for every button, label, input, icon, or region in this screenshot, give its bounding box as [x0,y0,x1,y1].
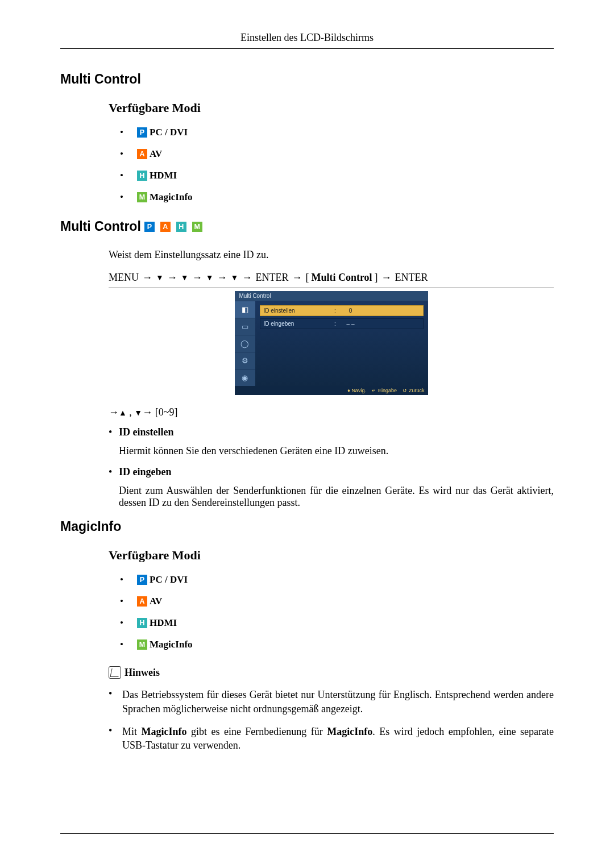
osd-row-id-input: ID eingeben : – – [260,318,424,329]
note-label: Hinweis [125,667,160,679]
range-line: →▲ , ▼→ [0~9] [109,406,554,418]
nav-multi-control: Multi Control [311,272,372,284]
p-icon: P [137,575,147,585]
m-icon: M [137,639,147,650]
mode-hdmi: •HHDMI [120,170,554,181]
p-icon: P [137,127,147,138]
heading-magicinfo: MagicInfo [60,519,554,534]
page-header: Einstellen des LCD-Bildschirms [60,32,554,49]
osd-footer-enter: Eingabe [378,388,397,393]
note-2-text: Mit MagicInfo gibt es eine Fernbedienung… [122,725,554,753]
osd-row2-value: – – [339,321,362,327]
nav-rbracket: ] [375,272,378,284]
a-icon: A [137,596,147,607]
osd-panel: Multi Control ◧ ▭ ◯ ⚙ ◉ ID einstellen : … [235,291,428,395]
mode-av-label: AV [150,148,162,160]
item-id-einstellen-desc: Hiermit können Sie den verschiedenen Ger… [119,445,554,457]
nav-enter-2: ENTER [395,272,428,284]
heading-multi-control-2-text: Multi Control [60,219,141,234]
item-id-eingeben-title: ID eingeben [119,466,172,477]
heading-multi-control-1: Multi Control [60,72,554,87]
osd-footer: ♦ Navig. ↵ Eingabe ↺ Zurück [235,386,428,395]
mode-magicinfo-label: MagicInfo [150,192,193,203]
nav-enter-1: ENTER [255,272,288,284]
a-icon: A [160,222,171,232]
mode-magicinfo-2-label: MagicInfo [150,639,193,650]
item-id-eingeben-desc: Dient zum Auswählen der Senderfunktionen… [119,485,554,509]
m-icon: M [192,222,202,232]
note-icon [109,666,121,679]
h-icon: H [137,171,147,181]
heading-available-modes-1: Verfügbare Modi [109,101,554,115]
mode-hdmi-label: HDMI [150,170,177,181]
item-id-einstellen-title: ID einstellen [119,426,174,438]
mode-av: •AAV [120,148,554,160]
section1-body: Verfügbare Modi •PPC / DVI •AAV •HHDMI •… [109,101,554,203]
mode-pc-dvi: •PPC / DVI [120,127,554,138]
mode-magicinfo: •MMagicInfo [120,192,554,203]
mode-av-2: •AAV [120,596,554,607]
mode-hdmi-2: •HHDMI [120,617,554,629]
note-1-text: Das Betriebssystem für dieses Gerät biet… [122,688,554,716]
osd-row1-label: ID einstellen [260,306,331,315]
item-id-einstellen: •ID einstellen Hiermit können Sie den ve… [109,426,554,457]
osd-footer-back: Zurück [409,388,425,393]
range-value: [0~9] [155,406,178,418]
menu-navigation-path: MENU →▼ →▼ →▼ →▼ → ENTER → [Multi Contro… [109,272,554,288]
h-icon: H [176,222,186,232]
modes-list-2: •PPC / DVI •AAV •HHDMI •MMagicInfo [120,574,554,650]
osd-row-id-set: ID einstellen : 0 [260,305,424,316]
mode-magicinfo-2: •MMagicInfo [120,639,554,650]
osd-side-icon-3: ◯ [235,335,255,352]
mode-av-2-label: AV [150,596,162,607]
osd-row1-value: 0 [339,308,362,314]
p-icon: P [144,222,155,232]
h-icon: H [137,618,147,628]
note-header: Hinweis [109,666,554,679]
item-id-eingeben: •ID eingeben Dient zum Auswählen der Sen… [109,466,554,509]
osd-main: ID einstellen : 0 ID eingeben : – – [255,301,428,386]
note-2: • Mit MagicInfo gibt es eine Fernbedienu… [109,725,554,753]
page: Einstellen des LCD-Bildschirms Multi Con… [0,0,614,868]
mode-pc-dvi-2: •PPC / DVI [120,574,554,585]
nav-lbracket: [ [305,272,309,284]
osd-title: Multi Control [235,291,428,301]
osd-row2-label: ID eingeben [260,319,331,329]
section2-body: Weist dem Einstellungssatz eine ID zu. M… [109,248,554,509]
mode-pc-dvi-2-label: PC / DVI [150,574,188,585]
osd-screenshot: Multi Control ◧ ▭ ◯ ⚙ ◉ ID einstellen : … [109,291,554,395]
a-icon: A [137,149,147,159]
osd-side-icon-5: ◉ [235,369,255,386]
heading-multi-control-2: Multi Control P A H M [60,219,554,234]
modes-list-1: •PPC / DVI •AAV •HHDMI •MMagicInfo [120,127,554,203]
section3-body: Verfügbare Modi •PPC / DVI •AAV •HHDMI •… [109,548,554,752]
mode-pc-dvi-label: PC / DVI [150,127,188,138]
heading-available-modes-2: Verfügbare Modi [109,548,554,563]
note-1: • Das Betriebssystem für dieses Gerät bi… [109,688,554,716]
intro-text: Weist dem Einstellungssatz eine ID zu. [109,248,554,261]
osd-side-icon-2: ▭ [235,318,255,335]
mode-hdmi-2-label: HDMI [150,617,177,629]
osd-footer-nav: Navig. [351,388,366,393]
osd-side-icon-1: ◧ [235,301,255,318]
subitems-list: •ID einstellen Hiermit können Sie den ve… [109,426,554,509]
nav-menu: MENU [109,272,139,284]
osd-side-icon-4: ⚙ [235,352,255,369]
osd-sidebar: ◧ ▭ ◯ ⚙ ◉ [235,301,255,386]
m-icon: M [137,192,147,202]
notes-list: • Das Betriebssystem für dieses Gerät bi… [109,688,554,752]
